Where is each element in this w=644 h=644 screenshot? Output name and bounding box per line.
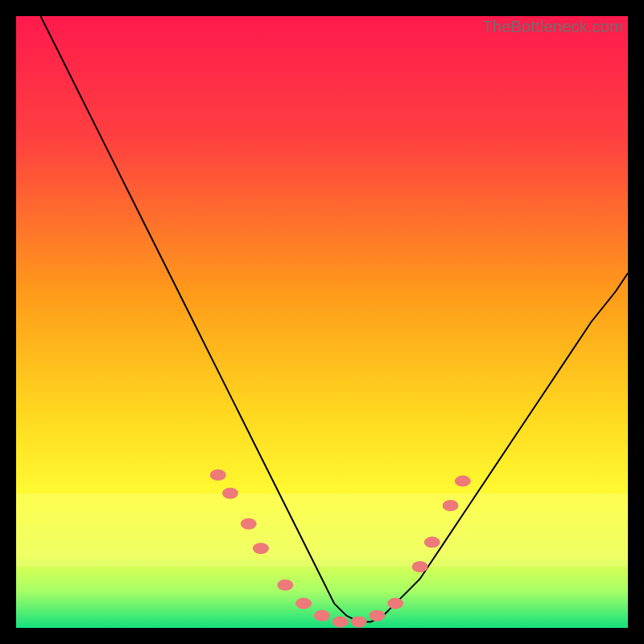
curve-marker <box>295 598 312 609</box>
chart-svg <box>16 16 628 628</box>
curve-marker <box>277 580 293 591</box>
curve-marker <box>443 500 459 511</box>
curve-marker <box>412 561 428 572</box>
curve-marker <box>241 518 257 530</box>
curve-marker <box>455 476 471 487</box>
highlight-bands <box>16 493 628 567</box>
curve-marker <box>210 469 226 481</box>
curve-marker <box>351 616 367 627</box>
watermark-text: TheBottleneck.com <box>482 18 623 36</box>
curve-marker <box>332 616 349 627</box>
curve-marker <box>387 598 403 609</box>
curve-marker <box>253 543 269 554</box>
curve-marker <box>369 610 385 621</box>
chart-frame: TheBottleneck.com <box>16 16 628 628</box>
curve-marker <box>424 537 440 548</box>
highlight-band <box>16 493 628 567</box>
curve-marker <box>314 610 330 621</box>
curve-marker <box>222 488 238 499</box>
